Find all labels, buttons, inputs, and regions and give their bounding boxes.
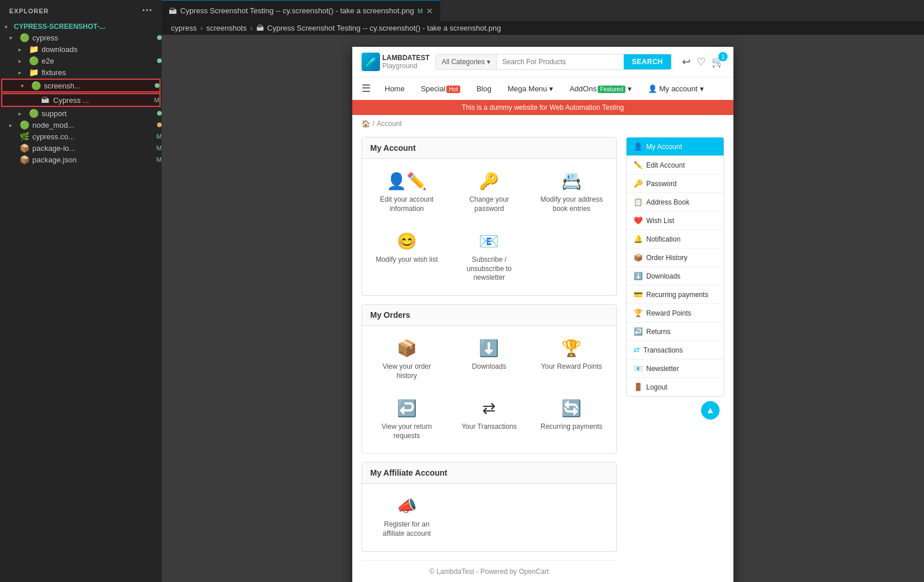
logo-brand: LAMBDATEST: [382, 54, 430, 62]
returns-icon: ↩️: [397, 399, 417, 418]
scroll-to-top-button[interactable]: ▲: [701, 401, 720, 420]
sidebar-navigation: 👤 My Account ✏️ Edit Account 🔑 Password: [626, 137, 724, 396]
notification-nav-icon: 🔔: [634, 235, 643, 243]
package-json-arrow: [9, 157, 18, 163]
account-main: My Account 👤✏️ Edit your account informa…: [362, 137, 617, 582]
breadcrumb-home-icon[interactable]: 🏠: [362, 120, 370, 128]
explorer-menu-button[interactable]: ···: [142, 5, 152, 17]
support-folder-icon: 🟢: [28, 109, 39, 118]
sidebar-nav-recurring[interactable]: 💳 Recurring payments: [627, 286, 724, 304]
logo-icon: 🧪: [362, 53, 380, 71]
breadcrumb-sep-1: ›: [200, 24, 203, 32]
search-button[interactable]: SEARCH: [624, 54, 671, 69]
wishlist-icon[interactable]: ♡: [696, 55, 706, 68]
fixtures-folder-icon: 📁: [28, 68, 39, 77]
root-arrow: ▾: [5, 24, 14, 30]
sidebar-nav-wish-list[interactable]: ❤️ Wish List: [627, 212, 724, 230]
e2e-folder-icon: 🟢: [28, 56, 39, 65]
tree-item-downloads[interactable]: ▸ 📁 downloads: [0, 43, 162, 55]
tree-item-cypress-config[interactable]: 🌿 cypress.co... M: [0, 131, 162, 142]
featured-badge: Featured: [598, 86, 625, 93]
order-item-rewards[interactable]: 🏆 Your Reward Points: [534, 333, 609, 386]
my-orders-header: My Orders: [362, 305, 616, 326]
nav-mega-menu[interactable]: Mega Menu ▾: [505, 79, 556, 99]
sidebar-nav-edit-account[interactable]: ✏️ Edit Account: [627, 156, 724, 175]
web-breadcrumb-sep: /: [372, 120, 374, 128]
sidebar-nav-notification[interactable]: 🔔 Notification: [627, 230, 724, 249]
fixtures-label: fixtures: [42, 68, 162, 77]
tree-item-node-modules[interactable]: ▸ 🟢 node_mod...: [0, 119, 162, 131]
sidebar-nav-password[interactable]: 🔑 Password: [627, 175, 724, 193]
order-history-icon: 📦: [397, 339, 417, 358]
tree-item-cypress[interactable]: ▾ 🟢 cypress: [0, 32, 162, 43]
account-layout: My Account 👤✏️ Edit your account informa…: [352, 132, 733, 582]
tree-item-cypress-file[interactable]: 🏔 Cypress ... M: [1, 93, 161, 107]
search-input[interactable]: [497, 54, 624, 69]
order-item-downloads[interactable]: ⬇️ Downloads: [452, 333, 527, 386]
screenshots-label: screensh...: [44, 81, 152, 90]
my-account-body: 👤✏️ Edit your account information 🔑 Chan…: [362, 159, 616, 295]
affiliate-item-register[interactable]: 📣 Register for an affiliate account: [369, 491, 445, 544]
nav-hamburger[interactable]: ☰: [362, 77, 371, 99]
cart-icon[interactable]: 🛒 1: [711, 55, 724, 68]
support-label: support: [42, 109, 155, 118]
node-modules-arrow: ▸: [9, 122, 18, 128]
order-item-recurring[interactable]: 🔄 Recurring payments: [534, 393, 609, 446]
package-lock-icon: 📦: [18, 143, 30, 153]
cypress-folder-icon: 🟢: [18, 33, 30, 42]
order-item-returns[interactable]: ↩️ View your return requests: [369, 393, 445, 446]
tree-item-support[interactable]: ▸ 🟢 support: [0, 107, 162, 119]
breadcrumb-account: Account: [377, 120, 401, 128]
sidebar-nav-logout[interactable]: 🚪 Logout: [627, 378, 724, 396]
announcement-text: This is a dummy website for Web Automati…: [461, 103, 624, 112]
package-json-badge: M: [157, 156, 162, 163]
breadcrumb-screenshots: screenshots: [206, 24, 247, 32]
order-item-transactions[interactable]: ⇄ Your Transactions: [452, 393, 527, 446]
account-item-address[interactable]: 📇 Modify your address book entries: [534, 166, 609, 219]
nav-my-account[interactable]: 👤 My account ▾: [646, 79, 706, 99]
order-item-history[interactable]: 📦 View your order history: [369, 333, 445, 386]
my-orders-section: My Orders 📦 View your order history ⬇️: [362, 304, 617, 454]
sidebar-nav-transactions[interactable]: ⇄ Transactions: [627, 341, 724, 359]
my-affiliate-section: My Affiliate Account 📣 Register for an a…: [362, 462, 617, 551]
tree-item-package-json[interactable]: 📦 package.json M: [0, 154, 162, 165]
sidebar-nav-downloads[interactable]: ⬇️ Downloads: [627, 267, 724, 286]
sidebar-nav-order-history[interactable]: 📦 Order History: [627, 249, 724, 267]
editor-breadcrumb: cypress › screenshots › 🏔 Cypress Screen…: [162, 21, 924, 35]
back-icon[interactable]: ↩: [682, 55, 691, 68]
edit-account-icon: 👤✏️: [386, 172, 427, 191]
newsletter-nav-icon: 📧: [634, 364, 643, 373]
cypress-label: cypress: [32, 34, 155, 42]
my-account-header: My Account: [362, 138, 616, 159]
tree-item-fixtures[interactable]: ▸ 📁 fixtures: [0, 66, 162, 78]
edit-account-nav-label: Edit Account: [646, 161, 685, 169]
sidebar-nav-address-book[interactable]: 📋 Address Book: [627, 193, 724, 212]
account-item-wishlist[interactable]: 😊 Modify your wish list: [369, 226, 445, 288]
transactions-label: Your Transactions: [461, 422, 517, 432]
reward-points-nav-label: Reward Points: [646, 309, 691, 317]
my-orders-body: 📦 View your order history ⬇️ Downloads 🏆: [362, 326, 616, 453]
sidebar-nav-my-account[interactable]: 👤 My Account: [627, 138, 724, 156]
project-root[interactable]: ▾ CYPRESS-SCREENSHOT-...: [0, 21, 162, 32]
nav-blog[interactable]: Blog: [474, 79, 494, 99]
tab-close-button[interactable]: ✕: [426, 6, 433, 16]
account-item-edit[interactable]: 👤✏️ Edit your account information: [369, 166, 445, 219]
sidebar-nav-returns[interactable]: ↩️ Returns: [627, 322, 724, 341]
active-tab[interactable]: 🏔 Cypress Screenshot Testing -- cy.scree…: [162, 0, 441, 21]
tree-item-e2e[interactable]: ▸ 🟢 e2e: [0, 55, 162, 66]
account-item-newsletter[interactable]: 📧 Subscribe / unsubscribe to newsletter: [452, 226, 527, 288]
account-item-password[interactable]: 🔑 Change your password: [452, 166, 527, 219]
cart-count: 1: [718, 52, 728, 61]
sidebar-nav-newsletter[interactable]: 📧 Newsletter: [627, 359, 724, 378]
my-affiliate-header: My Affiliate Account: [362, 462, 616, 484]
sidebar-nav-reward-points[interactable]: 🏆 Reward Points: [627, 304, 724, 322]
newsletter-label: Subscribe / unsubscribe to newsletter: [457, 255, 521, 283]
tab-modified-badge: M: [418, 8, 423, 14]
search-category-dropdown[interactable]: All Categories ▾: [436, 54, 497, 69]
nav-special[interactable]: SpecialHot: [419, 79, 463, 99]
tree-item-screenshots[interactable]: ▾ 🟢 screensh...: [1, 79, 161, 92]
nav-addons[interactable]: AddOnsFeatured ▾: [567, 79, 634, 99]
tree-item-package-lock[interactable]: 📦 package-lo... M: [0, 142, 162, 154]
nav-home[interactable]: Home: [382, 79, 407, 99]
my-affiliate-title: My Affiliate Account: [370, 468, 448, 477]
